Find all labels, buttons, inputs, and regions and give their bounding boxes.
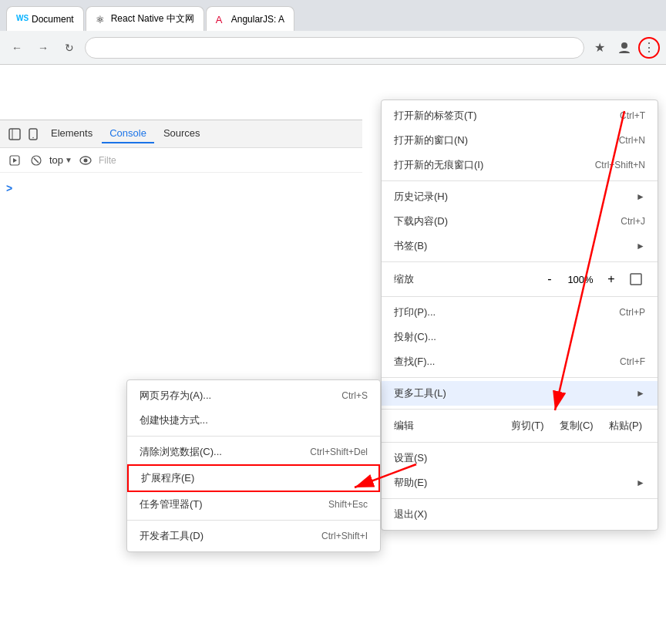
context-label: top	[49, 154, 63, 166]
menu-divider-5	[382, 409, 658, 410]
menu-item-bookmarks[interactable]: 书签(B) ►	[382, 234, 658, 258]
profile-icon	[617, 41, 631, 55]
sub-menu-label-save-page: 网页另存为(A)...	[140, 389, 211, 403]
reload-button[interactable]: ↻	[59, 37, 80, 59]
menu-item-new-incognito[interactable]: 打开新的无痕窗口(I) Ctrl+Shift+N	[382, 153, 658, 177]
sub-menu-label-clear-data: 清除浏览数据(C)...	[140, 445, 222, 459]
sub-menu-item-task-manager[interactable]: 任务管理器(T) Shift+Esc	[127, 492, 380, 517]
mobile-icon	[28, 128, 39, 140]
menu-label-downloads: 下载内容(D)	[394, 214, 605, 228]
sub-menu-item-save-page[interactable]: 网页另存为(A)... Ctrl+S	[127, 383, 380, 408]
sub-menu-divider-1	[127, 436, 380, 437]
menu-label-print: 打印(P)...	[394, 305, 604, 319]
svg-point-0	[621, 42, 627, 49]
menu-item-exit[interactable]: 退出(X)	[382, 502, 658, 527]
context-selector[interactable]: top ▼	[49, 154, 72, 166]
console-clear-button[interactable]	[28, 152, 45, 169]
devtools-tab-console[interactable]: Console	[102, 124, 154, 143]
sub-menu-shortcut-task-manager: Shift+Esc	[328, 499, 368, 510]
address-bar[interactable]	[85, 37, 584, 59]
profile-button[interactable]	[614, 37, 635, 59]
sub-menu-shortcut-devtools: Ctrl+Shift+I	[321, 531, 368, 541]
menu-label-more-tools: 更多工具(L)	[394, 386, 630, 400]
console-chevron: >	[6, 182, 12, 194]
zoom-label: 缩放	[394, 272, 534, 286]
menu-label-bookmarks: 书签(B)	[394, 239, 630, 253]
menu-shortcut-new-window: Ctrl+N	[619, 135, 645, 146]
browser-content: Elements Console Sources	[0, 65, 666, 644]
menu-item-downloads[interactable]: 下载内容(D) Ctrl+J	[382, 209, 658, 234]
menu-shortcut-find: Ctrl+F	[620, 356, 645, 367]
tab-angular[interactable]: A AngularJS: A	[206, 6, 294, 31]
eye-button[interactable]	[77, 152, 94, 169]
sub-menu-item-extensions[interactable]: 扩展程序(E)	[127, 464, 380, 492]
menu-divider-4	[382, 377, 658, 378]
sub-menu: 网页另存为(A)... Ctrl+S 创建快捷方式... 清除浏览数据(C)..…	[126, 379, 381, 552]
sub-menu-label-create-shortcut: 创建快捷方式...	[140, 413, 208, 427]
menu-label-new-window: 打开新的窗口(N)	[394, 133, 604, 147]
menu-item-history[interactable]: 历史记录(H) ►	[382, 184, 658, 209]
menu-item-cast[interactable]: 投射(C)...	[382, 325, 658, 349]
more-icon: ⋮	[643, 40, 655, 55]
eye-icon	[79, 156, 92, 165]
tab-label-ws: Document	[32, 14, 74, 25]
svg-rect-11	[631, 274, 641, 285]
menu-label-exit: 退出(X)	[394, 507, 645, 521]
more-button[interactable]: ⋮	[638, 37, 660, 59]
menu-arrow-bookmarks: ►	[636, 241, 645, 251]
menu-item-new-tab[interactable]: 打开新的标签页(T) Ctrl+T	[382, 103, 658, 128]
menu-divider-2	[382, 261, 658, 262]
console-play-button[interactable]	[6, 152, 23, 169]
zoom-fullscreen-button[interactable]	[627, 270, 645, 288]
edit-actions: 剪切(T) 复制(C) 粘贴(P)	[508, 417, 645, 434]
tab-react[interactable]: ⚛ React Native 中文网	[86, 6, 204, 31]
menu-item-help[interactable]: 帮助(E) ►	[382, 470, 658, 495]
back-button[interactable]: ←	[6, 37, 28, 59]
devtools-tabs: Elements Console Sources	[0, 120, 362, 148]
top-right-icons: ★ ⋮	[589, 37, 660, 59]
menu-divider-3	[382, 296, 658, 297]
cut-button[interactable]: 剪切(T)	[508, 417, 547, 434]
menu-item-new-window[interactable]: 打开新的窗口(N) Ctrl+N	[382, 128, 658, 153]
browser-toolbar: ← → ↻ ★ ⋮	[0, 31, 666, 65]
chrome-menu: 打开新的标签页(T) Ctrl+T 打开新的窗口(N) Ctrl+N 打开新的无…	[381, 99, 658, 531]
menu-arrow-history: ►	[636, 191, 645, 202]
menu-item-settings[interactable]: 设置(S)	[382, 446, 658, 470]
sub-menu-label-extensions: 扩展程序(E)	[141, 471, 194, 485]
devtools-select-icon[interactable]	[6, 126, 23, 143]
svg-line-8	[34, 158, 39, 163]
sub-menu-item-clear-data[interactable]: 清除浏览数据(C)... Ctrl+Shift+Del	[127, 440, 380, 464]
devtools-tab-elements[interactable]: Elements	[43, 124, 100, 143]
menu-item-more-tools[interactable]: 更多工具(L) ►	[382, 381, 658, 406]
menu-label-find: 查找(F)...	[394, 355, 604, 369]
menu-divider-1	[382, 180, 658, 181]
menu-shortcut-new-incognito: Ctrl+Shift+N	[595, 160, 645, 170]
bookmark-button[interactable]: ★	[589, 37, 610, 59]
console-prompt-row[interactable]: >	[6, 182, 356, 194]
sub-menu-label-task-manager: 任务管理器(T)	[140, 497, 203, 511]
tab-favicon-ws: WS	[16, 14, 27, 25]
forward-button[interactable]: →	[32, 37, 54, 59]
svg-marker-6	[13, 158, 17, 163]
menu-divider-7	[382, 498, 658, 499]
zoom-plus-button[interactable]: +	[602, 270, 621, 288]
devtools-mobile-icon[interactable]	[25, 126, 42, 143]
menu-item-print[interactable]: 打印(P)... Ctrl+P	[382, 300, 658, 325]
sub-menu-item-create-shortcut[interactable]: 创建快捷方式...	[127, 408, 380, 433]
copy-button[interactable]: 复制(C)	[557, 417, 597, 434]
menu-item-find[interactable]: 查找(F)... Ctrl+F	[382, 349, 658, 374]
sub-menu-item-devtools[interactable]: 开发者工具(D) Ctrl+Shift+I	[127, 524, 380, 548]
menu-label-settings: 设置(S)	[394, 451, 645, 465]
clear-icon	[31, 155, 42, 166]
tab-ws[interactable]: WS Document	[6, 6, 84, 31]
svg-rect-1	[9, 129, 20, 140]
tab-label-angular: AngularJS: A	[231, 14, 284, 25]
context-arrow: ▼	[65, 156, 72, 164]
edit-row: 编辑 剪切(T) 复制(C) 粘贴(P)	[382, 413, 658, 439]
fullscreen-icon	[630, 273, 642, 285]
devtools-tab-sources[interactable]: Sources	[156, 124, 208, 143]
paste-button[interactable]: 粘贴(P)	[606, 417, 645, 434]
sub-menu-shortcut-clear-data: Ctrl+Shift+Del	[310, 447, 368, 457]
zoom-minus-button[interactable]: -	[540, 270, 559, 288]
tab-favicon-react: ⚛	[96, 14, 106, 25]
